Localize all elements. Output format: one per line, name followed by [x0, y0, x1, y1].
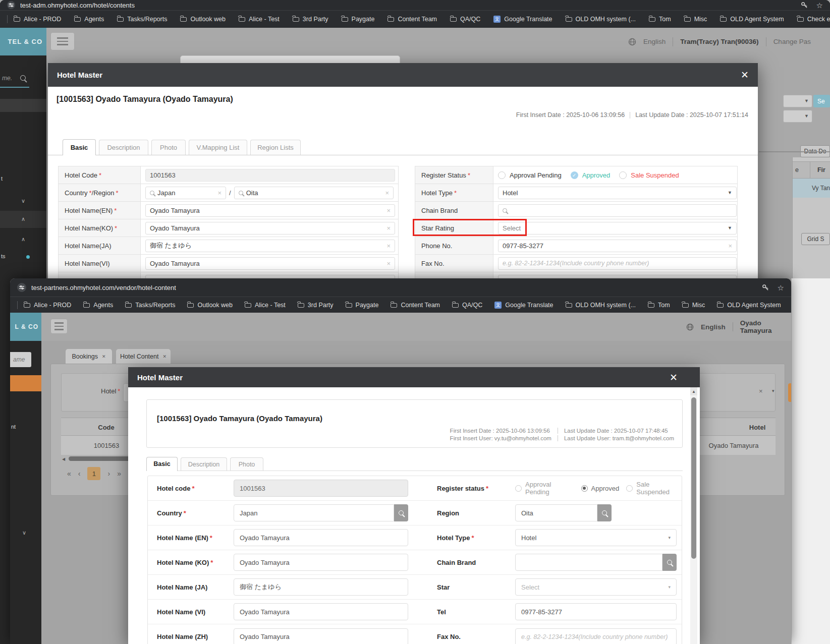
- hotel-name-ko-input[interactable]: Oyado Tamayura×: [145, 222, 395, 235]
- search-icon[interactable]: [20, 74, 26, 83]
- brand-logo[interactable]: L & CO: [10, 313, 41, 341]
- bookmark-item[interactable]: QA/QC: [450, 16, 480, 23]
- chevron-up-icon[interactable]: ∧: [21, 216, 25, 222]
- hotel-name-ja-input[interactable]: 御宿 たまゆら×: [145, 240, 395, 252]
- clear-icon[interactable]: ×: [728, 243, 732, 249]
- clear-icon[interactable]: ×: [759, 387, 763, 395]
- bookmark-item[interactable]: 3rd Party: [293, 16, 328, 23]
- brand-logo[interactable]: TEL & CO: [0, 28, 46, 55]
- sidebar-item-active[interactable]: [10, 375, 41, 391]
- clear-icon[interactable]: ×: [386, 207, 391, 214]
- bookmark-item[interactable]: Google Translate: [494, 302, 553, 309]
- chevron-down-icon[interactable]: ▾: [772, 388, 774, 393]
- radio-approved[interactable]: ✓Approved: [571, 171, 611, 179]
- bookmark-item[interactable]: Google Translate: [493, 16, 552, 23]
- close-icon[interactable]: ✕: [102, 354, 106, 359]
- bookmark-item[interactable]: Content Team: [388, 16, 437, 23]
- password-key-icon[interactable]: [801, 2, 808, 9]
- hotel-type-select[interactable]: Hotel▾: [515, 529, 677, 546]
- region-input[interactable]: Oita: [515, 504, 597, 521]
- close-icon[interactable]: ✕: [162, 354, 167, 359]
- hotel-code-input[interactable]: 1001563: [234, 480, 408, 497]
- tab-basic[interactable]: Basic: [146, 457, 178, 471]
- tab-vmapping-list[interactable]: V.Mapping List: [189, 140, 247, 155]
- menu-toggle-button[interactable]: [50, 319, 68, 334]
- tab-photo[interactable]: Photo: [151, 140, 186, 155]
- chevron-up-icon[interactable]: ∧: [21, 236, 25, 243]
- radio-approval-pending[interactable]: Approval Pending: [498, 171, 562, 179]
- chain-brand-input[interactable]: [498, 204, 737, 217]
- region-input[interactable]: Oita×: [234, 187, 394, 199]
- page-number-current[interactable]: 1: [87, 467, 100, 480]
- fax-input[interactable]: e.g. 82-2-1234-1234(Include country phon…: [515, 628, 677, 644]
- hotel-name-ja-input[interactable]: 御宿 たまゆら: [234, 578, 408, 596]
- page-last-icon[interactable]: »: [117, 470, 121, 478]
- hotel-name-en-input[interactable]: Oyado Tamayura: [234, 529, 408, 546]
- language-selector[interactable]: English: [643, 38, 666, 45]
- tab-description[interactable]: Description: [99, 140, 148, 155]
- background-select[interactable]: ▼: [783, 95, 812, 107]
- user-menu[interactable]: Oyado Tamayura: [740, 319, 791, 334]
- chain-brand-search-button[interactable]: [662, 554, 677, 571]
- modal-scrollbar[interactable]: ▲: [690, 387, 697, 644]
- sidebar-item-fragment[interactable]: ts: [1, 253, 6, 259]
- tab-region-lists[interactable]: Region Lists: [250, 140, 301, 155]
- page-tab-bookings[interactable]: Bookings✕: [66, 349, 112, 364]
- bookmark-item[interactable]: Tasks/Reports: [117, 16, 167, 23]
- bookmark-item[interactable]: QA/QC: [452, 302, 482, 309]
- bookmark-item[interactable]: Paygate: [342, 16, 375, 23]
- page-first-icon[interactable]: «: [67, 470, 71, 478]
- grid-settings-button[interactable]: Grid S: [801, 233, 830, 245]
- country-input[interactable]: Japan×: [145, 187, 226, 199]
- chevron-down-icon[interactable]: ∨: [21, 198, 25, 204]
- close-icon[interactable]: ✕: [741, 70, 749, 80]
- page-tab-hotel-content[interactable]: Hotel Content✕: [116, 349, 171, 364]
- bookmark-item[interactable]: Agents: [74, 16, 104, 23]
- sidebar-item-block[interactable]: [0, 99, 46, 112]
- bookmark-item[interactable]: OLD Agent System: [717, 302, 781, 309]
- sidebar-search-input[interactable]: me.: [2, 75, 12, 82]
- chevron-down-icon[interactable]: ∨: [22, 530, 26, 536]
- radio-approved[interactable]: Approved: [581, 485, 620, 492]
- user-menu[interactable]: Tram(Tracy) Tran(90036): [680, 38, 758, 45]
- bookmark-item[interactable]: Agents: [83, 302, 113, 309]
- bookmark-item[interactable]: Tom: [648, 302, 670, 309]
- hotel-name-ko-input[interactable]: Oyado Tamayura: [234, 554, 408, 571]
- close-icon[interactable]: ✕: [670, 373, 678, 382]
- hotel-name-en-input[interactable]: Oyado Tamayura×: [145, 204, 395, 217]
- bookmark-item[interactable]: Outlook web: [180, 16, 225, 23]
- bookmark-item[interactable]: Tom: [649, 16, 671, 23]
- hotel-code-input[interactable]: 1001563: [145, 169, 395, 182]
- clear-icon[interactable]: ×: [217, 190, 222, 196]
- clear-icon[interactable]: ×: [386, 243, 391, 249]
- hotel-name-zh-input[interactable]: Oyado Tamayura: [234, 628, 408, 644]
- hotel-type-select[interactable]: Hotel▼: [498, 187, 737, 199]
- window2-url-bar[interactable]: test-partners.ohmyhotel.com/vendor/hotel…: [10, 278, 791, 297]
- radio-sale-suspended[interactable]: Sale Suspended: [619, 171, 679, 179]
- hotel-name-vi-input[interactable]: Oyado Tamayura×: [145, 257, 395, 270]
- site-info-icon[interactable]: [7, 1, 15, 9]
- scroll-left-icon[interactable]: ◀: [62, 457, 65, 461]
- phone-input[interactable]: 0977-85-3277×: [498, 240, 737, 252]
- clear-icon[interactable]: ×: [385, 190, 389, 196]
- bookmark-star-icon[interactable]: ☆: [816, 2, 823, 9]
- page-prev-icon[interactable]: ‹: [78, 470, 81, 478]
- bookmark-item[interactable]: Tasks/Reports: [125, 302, 175, 309]
- chain-brand-input[interactable]: [515, 554, 662, 571]
- bookmark-item[interactable]: Outlook web: [187, 302, 232, 309]
- clear-icon[interactable]: ×: [386, 260, 391, 267]
- tab-basic[interactable]: Basic: [63, 139, 96, 155]
- tab-description[interactable]: Description: [181, 457, 227, 471]
- radio-sale-suspended[interactable]: Sale Suspended: [626, 481, 682, 496]
- country-input[interactable]: Japan: [234, 504, 394, 521]
- background-select[interactable]: ▼: [783, 110, 812, 123]
- bookmark-item[interactable]: Misc: [682, 302, 705, 309]
- bookmark-item[interactable]: Misc: [684, 16, 707, 23]
- grid-selected-row[interactable]: Vy Tan: [793, 179, 830, 198]
- bookmark-star-icon[interactable]: ☆: [778, 284, 784, 291]
- window1-url-bar[interactable]: test-adm.ohmyhotel.com/hotel/contents ☆: [0, 0, 830, 10]
- menu-toggle-button[interactable]: [50, 32, 75, 50]
- bookmark-item[interactable]: OLD Agent System: [720, 16, 784, 23]
- bookmark-item[interactable]: Content Team: [391, 302, 440, 309]
- tel-input[interactable]: 0977-85-3277: [515, 603, 677, 620]
